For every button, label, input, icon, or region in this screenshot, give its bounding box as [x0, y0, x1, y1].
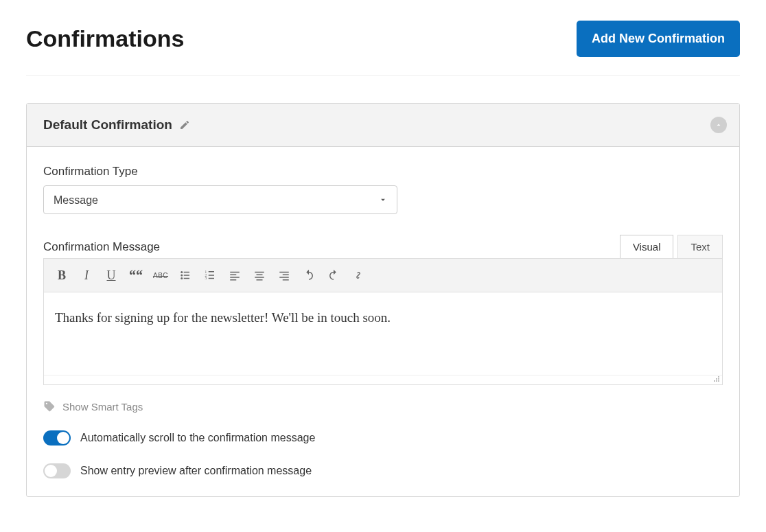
- align-right-icon: [278, 269, 290, 281]
- svg-rect-9: [209, 275, 214, 276]
- confirmation-message-label: Confirmation Message: [43, 240, 160, 254]
- svg-point-0: [181, 271, 183, 273]
- svg-text:3: 3: [205, 276, 207, 280]
- svg-rect-21: [283, 275, 289, 276]
- svg-rect-28: [716, 380, 717, 382]
- numbered-list-button[interactable]: 123: [199, 264, 221, 286]
- align-right-button[interactable]: [273, 264, 295, 286]
- svg-rect-20: [279, 272, 289, 273]
- svg-rect-3: [184, 275, 189, 276]
- svg-rect-19: [257, 279, 263, 281]
- editor-tabs: Visual Text: [620, 235, 723, 258]
- svg-rect-16: [255, 272, 264, 273]
- panel-title: Default Confirmation: [43, 117, 172, 132]
- editor: B I U ““ ABC 123: [43, 258, 723, 385]
- editor-content[interactable]: Thanks for signing up for the newsletter…: [44, 292, 722, 375]
- svg-rect-18: [255, 277, 264, 278]
- editor-toolbar: B I U ““ ABC 123: [44, 259, 722, 292]
- svg-rect-11: [209, 278, 214, 279]
- numbered-list-icon: 123: [204, 269, 216, 281]
- toggle-row-scroll: Automatically scroll to the confirmation…: [43, 430, 723, 446]
- undo-button[interactable]: [298, 264, 320, 286]
- svg-rect-26: [718, 378, 719, 380]
- svg-point-2: [181, 275, 183, 277]
- svg-point-4: [181, 277, 183, 279]
- svg-rect-14: [230, 277, 240, 278]
- link-button[interactable]: [347, 264, 369, 286]
- svg-rect-13: [230, 275, 236, 276]
- align-center-icon: [253, 269, 266, 281]
- toggle-entry-preview-label: Show entry preview after confirmation me…: [80, 465, 312, 477]
- toggle-auto-scroll[interactable]: [43, 430, 71, 446]
- svg-rect-22: [279, 277, 289, 278]
- bullet-list-button[interactable]: [174, 264, 196, 286]
- toggle-entry-preview[interactable]: [43, 463, 71, 478]
- confirmation-type-label: Confirmation Type: [43, 165, 723, 178]
- svg-rect-25: [716, 378, 717, 380]
- bullet-list-icon: [179, 269, 192, 281]
- svg-rect-29: [718, 380, 719, 382]
- chevron-up-icon: [715, 121, 723, 129]
- collapse-button[interactable]: [710, 117, 727, 133]
- confirmation-type-select[interactable]: Message: [43, 185, 397, 214]
- italic-button[interactable]: I: [76, 264, 97, 286]
- svg-rect-5: [184, 278, 189, 279]
- add-confirmation-button[interactable]: Add New Confirmation: [577, 21, 740, 57]
- svg-rect-7: [209, 271, 214, 273]
- resize-icon: [712, 375, 721, 383]
- svg-rect-23: [283, 279, 289, 281]
- editor-resize-handle[interactable]: [44, 375, 722, 384]
- toggle-auto-scroll-label: Automatically scroll to the confirmation…: [80, 432, 315, 444]
- page-header: Confirmations Add New Confirmation: [26, 21, 740, 76]
- undo-icon: [303, 269, 315, 281]
- align-center-button[interactable]: [248, 264, 270, 286]
- align-left-icon: [229, 269, 241, 281]
- edit-icon[interactable]: [179, 119, 190, 130]
- tab-visual[interactable]: Visual: [620, 235, 674, 258]
- underline-button[interactable]: U: [100, 264, 122, 286]
- page-title: Confirmations: [26, 25, 184, 52]
- svg-rect-17: [257, 275, 263, 276]
- svg-rect-24: [718, 376, 719, 378]
- confirmation-panel: Default Confirmation Confirmation Type M…: [26, 103, 740, 497]
- svg-rect-1: [184, 272, 189, 273]
- align-left-button[interactable]: [224, 264, 246, 286]
- confirmation-type-select-wrap: Message: [43, 185, 397, 214]
- panel-header: Default Confirmation: [27, 104, 739, 147]
- redo-icon: [327, 269, 340, 281]
- blockquote-button[interactable]: ““: [125, 264, 147, 286]
- show-smart-tags-label: Show Smart Tags: [62, 401, 143, 413]
- bold-button[interactable]: B: [51, 264, 73, 286]
- svg-rect-27: [714, 380, 715, 382]
- tab-text[interactable]: Text: [677, 235, 723, 258]
- redo-button[interactable]: [323, 264, 345, 286]
- panel-body: Confirmation Type Message Confirmation M…: [27, 147, 739, 496]
- svg-rect-12: [230, 272, 240, 273]
- strikethrough-button[interactable]: ABC: [150, 264, 172, 286]
- toggle-row-preview: Show entry preview after confirmation me…: [43, 463, 723, 478]
- tag-icon: [43, 400, 56, 413]
- show-smart-tags-link[interactable]: Show Smart Tags: [43, 400, 723, 413]
- link-icon: [352, 269, 364, 281]
- svg-rect-15: [230, 279, 236, 281]
